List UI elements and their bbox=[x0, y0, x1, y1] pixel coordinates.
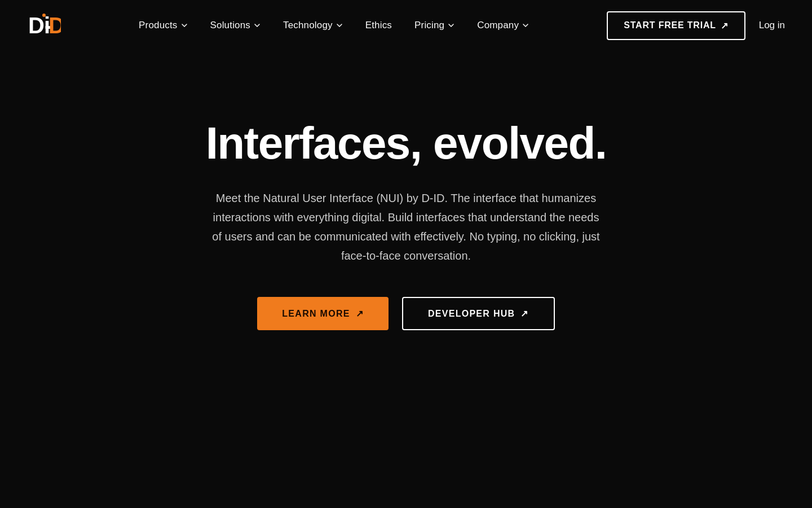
learn-more-button[interactable]: LEARN MORE ↗ bbox=[257, 297, 389, 330]
chevron-down-icon bbox=[522, 22, 529, 29]
chevron-down-icon bbox=[181, 22, 188, 29]
chevron-down-icon bbox=[448, 22, 454, 29]
svg-text:D: D bbox=[48, 13, 61, 38]
hero-buttons: LEARN MORE ↗ DEVELOPER HUB ↗ bbox=[257, 297, 554, 330]
nav-actions: START FREE TRIAL ↗ Log in bbox=[607, 11, 785, 40]
chevron-down-icon bbox=[336, 22, 343, 29]
nav-products[interactable]: Products bbox=[130, 15, 196, 36]
nav-technology[interactable]: Technology bbox=[274, 15, 352, 36]
arrow-icon: ↗ bbox=[356, 308, 364, 319]
nav-ethics[interactable]: Ethics bbox=[356, 15, 401, 36]
navbar: D- i D Products Solutions Technology bbox=[0, 0, 812, 51]
hero-subtitle: Meet the Natural User Interface (NUI) by… bbox=[209, 189, 603, 265]
login-link[interactable]: Log in bbox=[759, 20, 785, 31]
start-trial-button[interactable]: START FREE TRIAL ↗ bbox=[607, 11, 745, 40]
svg-point-3 bbox=[42, 14, 46, 17]
hero-section: Interfaces, evolved. Meet the Natural Us… bbox=[0, 73, 812, 330]
nav-links: Products Solutions Technology Ethics Pri… bbox=[61, 15, 607, 36]
arrow-icon: ↗ bbox=[721, 20, 729, 31]
nav-solutions[interactable]: Solutions bbox=[201, 15, 270, 36]
developer-hub-button[interactable]: DEVELOPER HUB ↗ bbox=[402, 297, 555, 330]
logo[interactable]: D- i D bbox=[27, 8, 61, 42]
chevron-down-icon bbox=[254, 22, 261, 29]
arrow-icon: ↗ bbox=[520, 308, 528, 319]
nav-pricing[interactable]: Pricing bbox=[405, 15, 464, 36]
hero-title: Interfaces, evolved. bbox=[206, 119, 607, 168]
nav-company[interactable]: Company bbox=[468, 15, 538, 36]
